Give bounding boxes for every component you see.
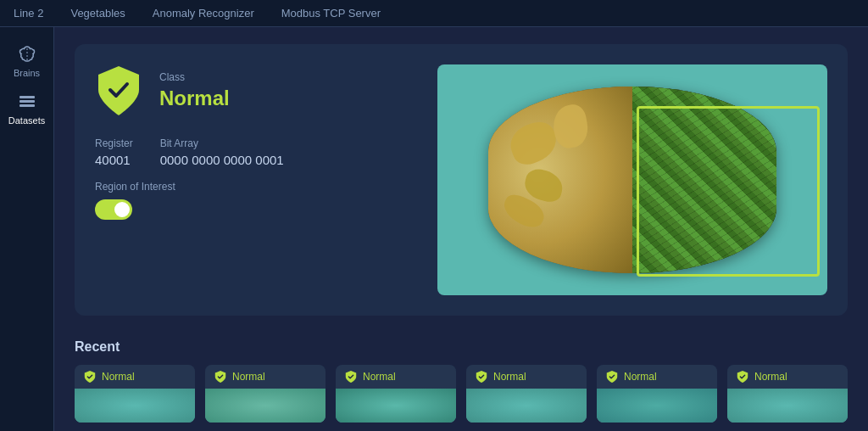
recent-section: Recent Normal (75, 336, 848, 423)
topbar: Line 2 Vegetables Anomaly Recognizer Mod… (0, 0, 868, 27)
recent-card-3[interactable]: Normal (466, 365, 587, 423)
recent-card-header-4: Normal (597, 365, 717, 389)
register-field: Register 40001 (95, 137, 133, 167)
recent-thumb-5 (727, 389, 848, 423)
recent-card-header-5: Normal (727, 365, 848, 389)
sidebar: Brains Datasets (0, 27, 54, 431)
tray-left (488, 87, 632, 273)
roi-label: Region of Interest (95, 181, 417, 193)
register-label: Register (95, 137, 133, 149)
image-panel (437, 64, 827, 295)
topbar-line2[interactable]: Line 2 (14, 7, 43, 20)
brain-icon (17, 44, 37, 64)
recent-shield-icon-0 (83, 370, 97, 383)
svg-rect-2 (19, 100, 35, 103)
recent-shield-icon-5 (736, 370, 749, 383)
recent-card-1[interactable]: Normal (205, 365, 326, 423)
left-panel: Class Normal Register 40001 Bit Array 00… (95, 64, 417, 295)
recent-label-3: Normal (493, 371, 526, 383)
topbar-modbus[interactable]: Modbus TCP Server (281, 7, 381, 20)
roi-toggle[interactable] (95, 199, 132, 220)
toggle-knob (114, 202, 130, 217)
main-layout: Brains Datasets (0, 27, 868, 431)
recent-grid: Normal Normal (75, 365, 848, 423)
recent-shield-icon-1 (214, 370, 227, 383)
sidebar-datasets-label: Datasets (8, 115, 45, 126)
recent-title: Recent (75, 339, 848, 355)
recent-label-5: Normal (754, 371, 787, 383)
data-grid: Register 40001 Bit Array 0000 0000 0000 … (95, 137, 417, 167)
svg-rect-1 (19, 96, 35, 98)
sidebar-item-datasets[interactable]: Datasets (5, 85, 49, 132)
roi-section: Region of Interest (95, 181, 417, 220)
recent-thumb-1 (205, 389, 326, 423)
sidebar-item-brains[interactable]: Brains (5, 37, 49, 85)
shield-check-icon (95, 64, 142, 117)
recent-label-2: Normal (363, 371, 396, 383)
bit-array-label: Bit Array (160, 137, 284, 149)
svg-rect-3 (19, 104, 35, 107)
recent-thumb-3 (466, 389, 587, 423)
class-value: Normal (159, 87, 230, 110)
food-tray (488, 87, 776, 273)
sidebar-brains-label: Brains (14, 68, 40, 78)
recent-card-header-2: Normal (336, 365, 456, 389)
main-card: Class Normal Register 40001 Bit Array 00… (75, 44, 848, 316)
class-section: Class Normal (95, 64, 417, 117)
recent-card-5[interactable]: Normal (727, 365, 848, 423)
recent-card-header-3: Normal (466, 365, 587, 389)
class-info: Class Normal (159, 71, 230, 110)
recent-thumb-4 (597, 389, 717, 423)
bit-array-field: Bit Array 0000 0000 0000 0001 (160, 137, 284, 167)
recent-shield-icon-3 (475, 370, 488, 383)
recent-shield-icon-2 (344, 370, 358, 383)
recent-thumb-0 (75, 389, 195, 423)
food-image (437, 64, 827, 295)
register-value: 40001 (95, 153, 133, 167)
recent-thumb-2 (336, 389, 456, 423)
recent-card-4[interactable]: Normal (597, 365, 717, 423)
tray-right (632, 87, 776, 273)
recent-label-4: Normal (624, 371, 657, 383)
recent-shield-icon-4 (605, 370, 619, 383)
topbar-anomaly[interactable]: Anomaly Recognizer (153, 7, 254, 20)
recent-card-0[interactable]: Normal (75, 365, 195, 423)
bit-array-value: 0000 0000 0000 0001 (160, 153, 284, 167)
content-area: Class Normal Register 40001 Bit Array 00… (54, 27, 868, 431)
recent-card-2[interactable]: Normal (336, 365, 456, 423)
recent-label-0: Normal (102, 371, 135, 383)
recent-card-header-1: Normal (205, 365, 326, 389)
recent-label-1: Normal (232, 371, 265, 383)
class-label: Class (159, 71, 230, 83)
topbar-vegetables[interactable]: Vegetables (70, 7, 125, 20)
datasets-icon (17, 92, 37, 112)
recent-card-header-0: Normal (75, 365, 195, 389)
